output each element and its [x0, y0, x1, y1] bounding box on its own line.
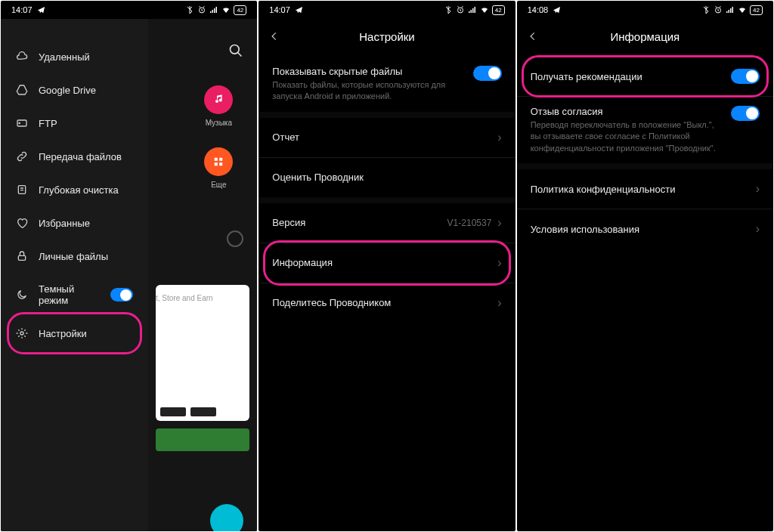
google-drive-icon [16, 84, 28, 96]
row-title: Показывать скрытые файлы [272, 66, 465, 77]
background-content: Музыка Еще t, Store and Earn [148, 19, 257, 531]
drawer-label: Удаленный [39, 51, 90, 63]
status-time: 14:08 [528, 5, 549, 14]
drawer-item-file-transfer[interactable]: Передача файлов [1, 140, 148, 173]
bluetooth-icon [701, 5, 711, 14]
navigation-drawer: Удаленный Google Drive FTP Передача файл… [1, 19, 148, 531]
row-title: Условия использования [531, 224, 750, 235]
row-title: Версия [272, 217, 447, 228]
back-button[interactable] [528, 31, 541, 42]
drawer-item-favorites[interactable]: Избранные [1, 206, 148, 240]
chevron-right-icon: › [497, 256, 501, 270]
row-title: Отчет [272, 131, 491, 143]
hidden-files-toggle[interactable] [473, 66, 502, 81]
drawer-label: Передача файлов [39, 151, 122, 162]
version-value: V1-210537 [447, 218, 492, 228]
svg-rect-10 [219, 162, 222, 165]
row-title: Оценить Проводник [272, 172, 501, 183]
telegram-icon [295, 6, 303, 14]
page-title: Информация [517, 30, 773, 43]
row-privacy-policy[interactable]: Политика конфиденциальности › [517, 169, 773, 209]
battery-indicator: 42 [750, 5, 763, 15]
radio-circle[interactable] [227, 230, 243, 247]
link-icon [16, 150, 28, 162]
card-text: t, Store and Earn [156, 294, 213, 302]
signal-icon [209, 5, 218, 14]
tile-label: Еще [211, 181, 226, 189]
more-tile[interactable]: Еще [204, 147, 233, 189]
row-title: Политика конфиденциальности [531, 184, 750, 195]
back-button[interactable] [269, 31, 283, 42]
wifi-icon [221, 5, 231, 14]
alarm-icon [456, 5, 465, 14]
row-recommendations[interactable]: Получать рекомендации [517, 57, 773, 96]
action-button[interactable] [156, 428, 249, 451]
row-subtitle: Переводя переключатель в положение "Выкл… [531, 119, 723, 154]
recommendations-toggle[interactable] [731, 69, 760, 84]
chevron-right-icon: › [497, 296, 501, 310]
revoke-toggle[interactable] [731, 106, 760, 121]
store-badge[interactable] [190, 407, 216, 416]
settings-header: Информация [517, 19, 773, 57]
drawer-item-google-drive[interactable]: Google Drive [1, 73, 148, 107]
row-share[interactable]: Поделитесь Проводником › [259, 283, 515, 323]
separator [259, 197, 515, 203]
drawer-item-settings[interactable]: Настройки [1, 317, 148, 350]
settings-list: Показывать скрытые файлы Показать файлы,… [259, 57, 515, 531]
row-version[interactable]: Версия V1-210537 › [259, 203, 515, 243]
search-icon[interactable] [228, 43, 243, 58]
clean-icon [16, 184, 28, 196]
drawer-item-deep-clean[interactable]: Глубокая очистка [1, 173, 148, 206]
alarm-icon [197, 5, 206, 14]
page-title: Настройки [259, 30, 515, 43]
row-subtitle: Показать файлы, которые используются для… [272, 79, 465, 103]
svg-rect-4 [18, 255, 25, 260]
row-show-hidden[interactable]: Показывать скрытые файлы Показать файлы,… [259, 57, 515, 112]
row-revoke-consent[interactable]: Отзыв согласия Переводя переключатель в … [517, 97, 773, 163]
drawer-label: Личные файлы [39, 251, 108, 262]
status-bar: 14:07 42 [1, 1, 257, 19]
moon-icon [16, 289, 28, 301]
chevron-right-icon: › [756, 222, 760, 236]
drawer-label: Избранные [39, 218, 90, 229]
settings-header: Настройки [259, 19, 515, 57]
drawer-label: FTP [39, 118, 57, 129]
gear-icon [16, 327, 28, 339]
lock-icon [16, 250, 28, 262]
telegram-icon [553, 6, 561, 14]
drawer-item-private-files[interactable]: Личные файлы [1, 240, 148, 273]
dark-mode-toggle[interactable] [110, 288, 133, 302]
status-bar: 14:08 42 [517, 1, 773, 19]
telegram-icon [37, 6, 45, 14]
drawer-label: Глубокая очистка [39, 184, 119, 196]
battery-indicator: 42 [234, 5, 246, 15]
separator [517, 163, 773, 169]
bluetooth-icon [185, 5, 194, 14]
row-information[interactable]: Информация › [259, 243, 515, 283]
settings-list: Получать рекомендации Отзыв согласия Пер… [517, 57, 773, 531]
svg-rect-8 [219, 158, 222, 161]
signal-icon [468, 5, 477, 14]
drawer-item-remote[interactable]: Удаленный [1, 40, 148, 73]
row-title: Получать рекомендации [531, 71, 723, 82]
row-rate[interactable]: Оценить Проводник [259, 158, 515, 197]
wifi-icon [480, 5, 489, 14]
row-title: Отзыв согласия [531, 106, 723, 117]
drawer-label: Темный режим [39, 283, 100, 306]
row-terms[interactable]: Условия использования › [517, 209, 773, 249]
music-tile[interactable]: Музыка [204, 85, 233, 127]
phone-screen-3: 14:08 42 Информация Получать рекомендаци… [517, 1, 773, 531]
drawer-item-dark-mode[interactable]: Темный режим [1, 273, 148, 317]
status-time: 14:07 [11, 5, 33, 14]
drawer-item-ftp[interactable]: FTP [1, 107, 148, 140]
svg-point-2 [19, 122, 20, 123]
bluetooth-icon [444, 5, 453, 14]
chevron-right-icon: › [756, 182, 760, 196]
battery-indicator: 42 [492, 5, 505, 15]
store-badge[interactable] [160, 407, 186, 416]
status-bar: 14:07 42 [259, 1, 515, 19]
row-report[interactable]: Отчет › [259, 118, 515, 157]
svg-rect-9 [215, 162, 218, 165]
separator [259, 112, 515, 118]
fab-button[interactable] [210, 504, 243, 531]
